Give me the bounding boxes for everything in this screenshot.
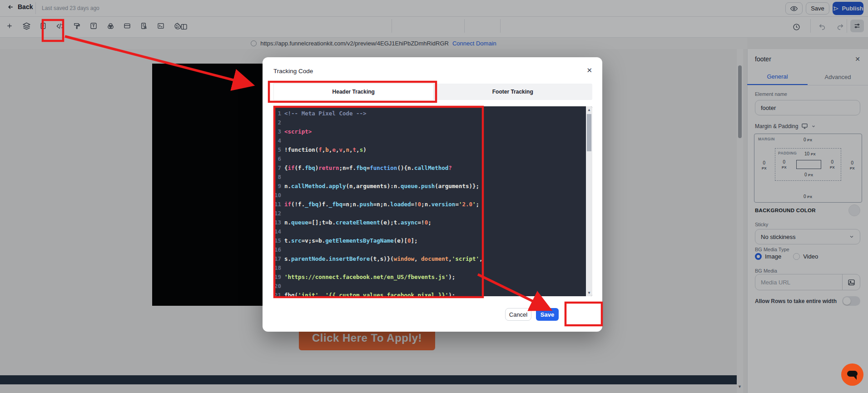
code-line: 16 [274, 245, 585, 254]
code-line: 15t.src=v;s=b.getElementsByTagName(e)[0]… [274, 236, 585, 245]
code-line: 3<script> [274, 127, 585, 136]
code-line: 7{if(f.fbq)return;n=f.fbq=function(){n.c… [274, 164, 585, 173]
code-line: 1<!-- Meta Pixel Code --> [274, 109, 585, 118]
code-line: 12 [274, 209, 585, 218]
code-line: 21fbq('init', '{{ custom_values.facebook… [274, 291, 585, 296]
code-line: 18 [274, 264, 585, 273]
code-line: 10 [274, 191, 585, 200]
code-line: 19'https://connect.facebook.net/en_US/fb… [274, 273, 585, 282]
tracking-code-editor[interactable]: 1<!-- Meta Pixel Code -->23<script>45!fu… [274, 106, 592, 296]
chat-widget-button[interactable] [841, 363, 863, 386]
code-line: 20 [274, 282, 585, 291]
modal-save-button[interactable]: Save [536, 308, 559, 321]
modal-cancel-button[interactable]: Cancel [505, 308, 531, 321]
code-line: 2 [274, 118, 585, 127]
chat-bubble-tail [853, 376, 857, 380]
code-line: 17s.parentNode.insertBefore(t,s)}(window… [274, 254, 585, 264]
scroll-up-arrow-icon[interactable]: ▲ [586, 108, 592, 112]
scroll-down-arrow-icon[interactable]: ▼ [586, 291, 592, 295]
modal-title: Tracking Code [273, 68, 313, 75]
editor-scrollbar[interactable]: ▲ ▼ [586, 106, 592, 296]
code-line: 14 [274, 227, 585, 236]
code-line: 4 [274, 136, 585, 145]
modal-close-icon[interactable]: ✕ [586, 66, 592, 75]
editor-scrollbar-thumb[interactable] [587, 114, 591, 151]
code-line: 6 [274, 154, 585, 164]
tab-header-tracking[interactable]: Header Tracking [274, 84, 433, 100]
tab-footer-tracking[interactable]: Footer Tracking [433, 84, 593, 100]
code-line: 9n.callMethod.apply(n,arguments):n.queue… [274, 182, 585, 191]
code-line: 11if(!f._fbq)f._fbq=n;n.push=n;n.loaded=… [274, 200, 585, 209]
code-line: 8 [274, 173, 585, 182]
tracking-code-modal: Tracking Code ✕ Header Tracking Footer T… [263, 57, 602, 332]
code-line: 5!function(f,b,e,v,n,t,s) [274, 145, 585, 154]
code-line: 13n.queue=[];t=b.createElement(e);t.asyn… [274, 218, 585, 227]
modal-tab-bar: Header Tracking Footer Tracking [274, 84, 592, 100]
code-lines: 1<!-- Meta Pixel Code -->23<script>45!fu… [274, 109, 585, 296]
